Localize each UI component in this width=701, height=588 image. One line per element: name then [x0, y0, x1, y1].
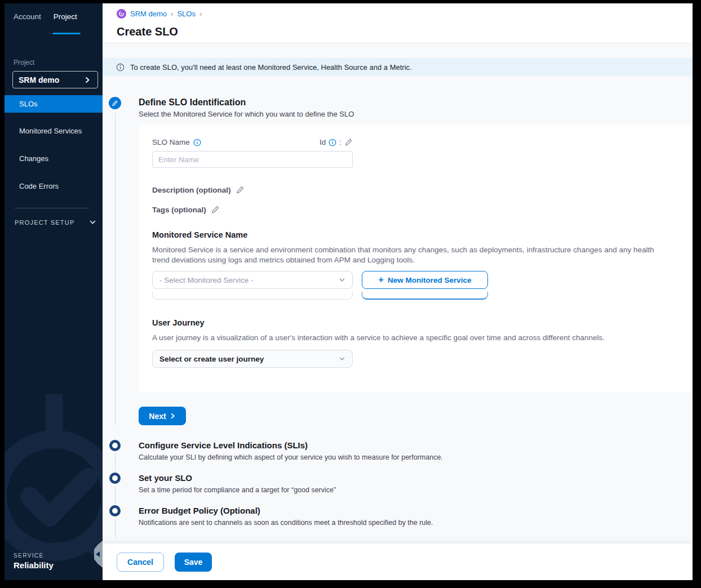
step-ring-icon [109, 505, 121, 516]
monitored-service-title: Monitored Service Name [152, 230, 679, 239]
page-title: Create SLO [117, 25, 693, 38]
breadcrumb-separator-icon: › [171, 10, 173, 18]
sidebar-item-changes[interactable]: Changes [5, 149, 103, 168]
step-connector-line [115, 453, 116, 473]
project-setup-label: PROJECT SETUP [15, 219, 74, 226]
slo-name-label-text: SLO Name [152, 138, 190, 146]
brand-service-label: SERVICE [14, 553, 54, 559]
user-journey-select-value: Select or create user journey [159, 355, 264, 363]
step-set-your-slo[interactable]: Set your SLO Set a time period for compl… [103, 473, 693, 505]
slo-id-group: Id : [320, 138, 353, 146]
step4-title: Error Budget Policy (Optional) [139, 505, 693, 516]
new-monitored-service-label: New Monitored Service [388, 276, 472, 284]
step-error-budget-policy[interactable]: Error Budget Policy (Optional) Notificat… [103, 505, 693, 538]
scope-tabs: Account Project [5, 3, 103, 28]
step-connector-line [115, 519, 116, 538]
main-panel: SRM demo › SLOs › Create SLO To create S… [103, 3, 693, 580]
tags-optional: Tags (optional) [152, 205, 679, 214]
sidebar-nav: SLOs Monitored Services Changes Code Err… [5, 95, 103, 195]
slo-identification-card: SLO Name Id : [139, 124, 693, 393]
tab-account[interactable]: Account [14, 12, 41, 28]
step2-title: Configure Service Level Indications (SLI… [139, 440, 693, 451]
step1-title: Define SLO Identification [139, 97, 693, 108]
new-monitored-service-button-ghost [362, 292, 488, 300]
brand-product-label: Reliability [14, 560, 54, 570]
edit-step-icon [109, 97, 121, 109]
tags-edit-pencil-icon[interactable] [211, 205, 220, 214]
chevron-down-icon [89, 219, 96, 226]
id-colon: : [339, 138, 341, 146]
chevron-down-icon [339, 355, 345, 362]
step-ring-icon [109, 473, 121, 484]
step1-body: Define SLO Identification Select the Mon… [139, 97, 693, 425]
project-label: Project [14, 59, 103, 66]
name-id-label-row: SLO Name Id : [152, 138, 353, 146]
srm-module-icon [117, 9, 126, 19]
user-journey-title: User Journey [152, 318, 679, 327]
description-edit-pencil-icon[interactable] [236, 185, 245, 194]
plus-icon: + [379, 275, 384, 284]
step2-subtitle: Calculate your SLI by defining which asp… [139, 453, 693, 461]
step4-subtitle: Notifications are sent to channels as so… [139, 519, 693, 527]
monitored-service-select-ghost [152, 292, 353, 300]
slo-name-input[interactable] [152, 151, 353, 168]
page-header: SRM demo › SLOs › Create SLO [103, 3, 693, 43]
description-label-text: Description (optional) [152, 186, 231, 194]
info-banner: To create SLO, you'll need at least one … [103, 58, 693, 76]
step-configure-slis[interactable]: Configure Service Level Indications (SLI… [103, 440, 693, 473]
sidebar-item-slos[interactable]: SLOs [5, 95, 103, 113]
project-setup-toggle[interactable]: PROJECT SETUP [15, 219, 103, 226]
breadcrumb-separator-icon: › [199, 10, 202, 18]
sidebar: Account Project Project SRM demo SLOs Mo… [5, 3, 103, 580]
monitored-service-row: - Select Monitored Service - + New Monit… [152, 271, 679, 289]
user-journey-description: A user journey is a visualization of a u… [152, 333, 671, 343]
later-steps: Configure Service Level Indications (SLI… [103, 440, 693, 538]
step2-icon-column [103, 440, 139, 473]
sidebar-item-code-errors[interactable]: Code Errors [5, 177, 103, 195]
step2-body: Configure Service Level Indications (SLI… [139, 440, 693, 473]
overlapping-controls-row [152, 292, 679, 300]
tab-project[interactable]: Project [54, 12, 77, 28]
project-selector[interactable]: SRM demo [12, 71, 98, 88]
next-button-label: Next [149, 412, 166, 421]
collapse-left-icon [96, 551, 100, 557]
project-selector-value: SRM demo [19, 75, 59, 84]
slo-name-info-icon[interactable] [193, 139, 201, 146]
description-optional: Description (optional) [152, 185, 679, 194]
action-footer: Cancel Save [103, 544, 693, 580]
info-banner-text: To create SLO, you'll need at least one … [130, 63, 412, 72]
breadcrumb: SRM demo › SLOs › [117, 9, 693, 19]
monitored-service-select[interactable]: - Select Monitored Service - [152, 271, 353, 289]
step-connector-line [115, 486, 116, 505]
step3-title: Set your SLO [139, 473, 693, 484]
sidebar-collapse-button[interactable] [94, 541, 103, 568]
user-journey-select[interactable]: Select or create user journey [152, 350, 353, 368]
step1-subtitle: Select the Monitored Service for which y… [139, 110, 693, 118]
sidebar-item-monitored-services[interactable]: Monitored Services [5, 122, 103, 140]
id-edit-pencil-icon[interactable] [344, 138, 353, 146]
id-label-text: Id [320, 138, 326, 146]
breadcrumb-link-slos[interactable]: SLOs [177, 10, 196, 18]
step4-icon-column [103, 505, 139, 538]
breadcrumb-link-project[interactable]: SRM demo [130, 10, 167, 18]
step-ring-icon [109, 440, 121, 451]
chevron-right-icon [170, 413, 176, 419]
step3-icon-column [103, 473, 139, 505]
brand-block: SERVICE Reliability [14, 553, 54, 570]
slo-name-label: SLO Name [152, 138, 201, 146]
step-connector-line [115, 113, 116, 425]
next-button[interactable]: Next [139, 407, 186, 425]
new-monitored-service-button[interactable]: + New Monitored Service [362, 271, 488, 289]
step4-body: Error Budget Policy (Optional) Notificat… [139, 505, 693, 538]
id-info-icon[interactable] [329, 139, 336, 146]
tags-label-text: Tags (optional) [152, 206, 206, 214]
step3-subtitle: Set a time period for compliance and a t… [139, 486, 693, 494]
save-button[interactable]: Save [175, 553, 212, 572]
info-icon [116, 63, 125, 72]
chevron-right-icon [84, 77, 91, 83]
monitored-service-select-value: - Select Monitored Service - [159, 276, 254, 284]
step1-icon-column [103, 97, 139, 425]
cancel-button[interactable]: Cancel [117, 553, 164, 572]
page-content: To create SLO, you'll need at least one … [103, 43, 693, 544]
step3-body: Set your SLO Set a time period for compl… [139, 473, 693, 505]
